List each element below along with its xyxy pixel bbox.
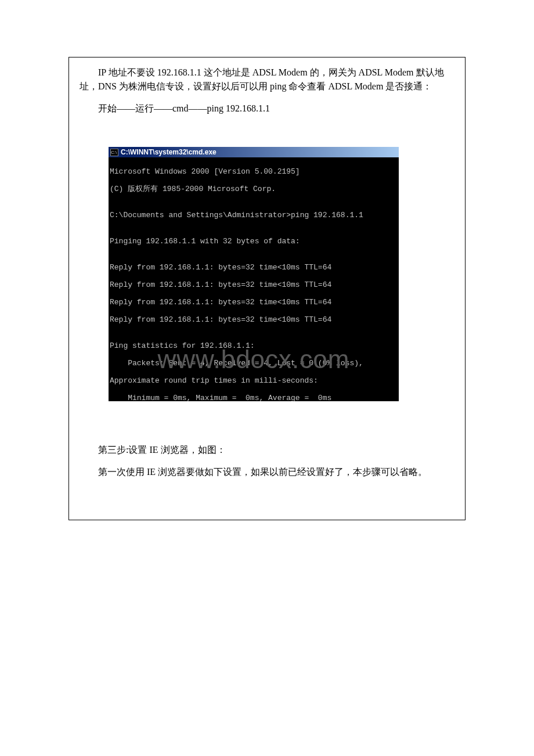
- cmd-line: Minimum = 0ms, Maximum = 0ms, Average = …: [110, 394, 398, 401]
- document-page: IP 地址不要设 192.168.1.1 这个地址是 ADSL Modem 的，…: [68, 57, 466, 520]
- cmd-line: Ping statistics for 192.168.1.1:: [110, 341, 398, 350]
- paragraph-2: 开始——运行——cmd——ping 192.168.1.1: [80, 102, 454, 116]
- cmd-line: Reply from 192.168.1.1: bytes=32 time<10…: [110, 263, 398, 272]
- paragraph-3: 第三步:设置 IE 浏览器，如图：: [80, 443, 454, 457]
- cmd-line: Reply from 192.168.1.1: bytes=32 time<10…: [110, 298, 398, 307]
- cmd-line: Reply from 192.168.1.1: bytes=32 time<10…: [110, 280, 398, 289]
- cmd-line: C:\Documents and Settings\Administrator>…: [110, 211, 398, 219]
- cmd-line: Approximate round trip times in milli-se…: [110, 376, 398, 385]
- cmd-icon: [110, 149, 118, 156]
- cmd-body: Microsoft Windows 2000 [Version 5.00.219…: [109, 157, 399, 401]
- spacer: [80, 401, 454, 443]
- cmd-line: Packets: Sent = 4, Received = 4, Lost = …: [110, 359, 398, 368]
- spacer: [80, 116, 454, 147]
- spacer: [80, 457, 454, 465]
- paragraph-1: IP 地址不要设 192.168.1.1 这个地址是 ADSL Modem 的，…: [80, 66, 454, 93]
- cmd-line: Pinging 192.168.1.1 with 32 bytes of dat…: [110, 237, 398, 246]
- cmd-line: Reply from 192.168.1.1: bytes=32 time<10…: [110, 315, 398, 324]
- cmd-window: C:\WINNT\system32\cmd.exe Microsoft Wind…: [109, 147, 399, 401]
- spacer: [80, 93, 454, 102]
- cmd-title-text: C:\WINNT\system32\cmd.exe: [121, 148, 217, 156]
- cmd-line: (C) 版权所有 1985-2000 Microsoft Corp.: [110, 185, 398, 193]
- cmd-titlebar: C:\WINNT\system32\cmd.exe: [109, 147, 399, 157]
- paragraph-4: 第一次使用 IE 浏览器要做如下设置，如果以前已经设置好了，本步骤可以省略。: [80, 465, 454, 479]
- cmd-line: Microsoft Windows 2000 [Version 5.00.219…: [110, 167, 398, 176]
